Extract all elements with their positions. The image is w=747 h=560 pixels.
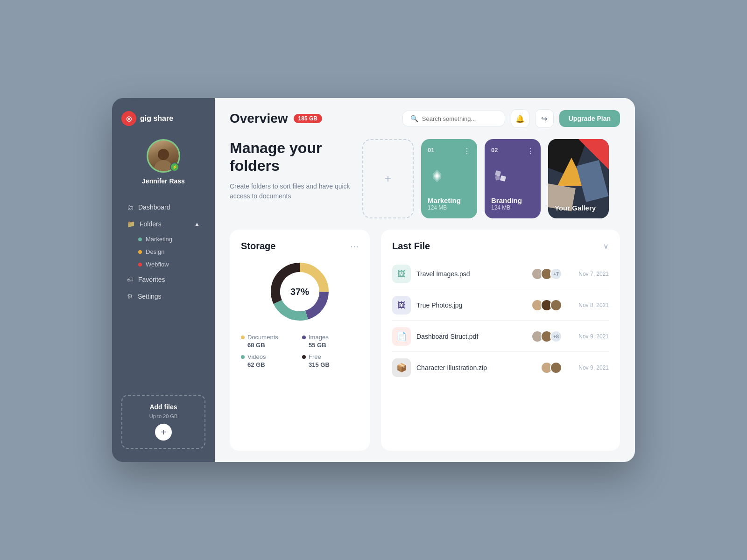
avatar-2c: [550, 299, 562, 311]
file-date-3: Nov 9, 2021: [571, 333, 609, 340]
add-files-button[interactable]: +: [155, 424, 172, 441]
app-container: ◎ gig share ⚡ Jennifer Rass 🗂 Dashboard …: [112, 98, 635, 462]
design-dot: [138, 250, 142, 254]
file-icon-3: 📄: [392, 327, 411, 346]
documents-label: Documents: [247, 334, 278, 341]
main-content: Overview 185 GB 🔍 🔔 ↪ Upgrade Plan: [215, 98, 635, 462]
file-row[interactable]: 📄 Dashboard Struct.pdf +8 Nov 9, 2021: [392, 322, 609, 352]
folder-name-1: Marketing: [428, 196, 471, 204]
design-label: Design: [146, 248, 164, 255]
settings-label: Settings: [138, 293, 162, 300]
sidebar-item-settings[interactable]: ⚙ Settings: [121, 289, 205, 304]
file-avatars-2: [531, 299, 562, 311]
sidebar-item-dashboard[interactable]: 🗂 Dashboard: [121, 200, 205, 215]
favorites-label: Favorites: [138, 276, 165, 283]
login-icon: ↪: [541, 114, 547, 123]
settings-icon: ⚙: [127, 293, 133, 300]
last-file-card: Last File ∨ 🖼 Travel Images.psd +7: [381, 230, 620, 451]
folders-label: Folders: [140, 220, 162, 228]
sidebar-item-label: Dashboard: [138, 203, 170, 211]
zip-icon: 📦: [396, 363, 407, 373]
sidebar: ◎ gig share ⚡ Jennifer Rass 🗂 Dashboard …: [112, 98, 215, 462]
notification-button[interactable]: 🔔: [511, 109, 529, 128]
header: Overview 185 GB 🔍 🔔 ↪ Upgrade Plan: [215, 98, 635, 135]
file-date-4: Nov 9, 2021: [571, 364, 609, 371]
chevron-down-icon[interactable]: ∨: [603, 242, 609, 251]
page-title: Overview: [230, 111, 288, 126]
svg-rect-4: [500, 175, 506, 182]
search-bar[interactable]: 🔍: [402, 111, 505, 126]
avatar-wrapper: ⚡: [147, 139, 180, 173]
hero-text: Manage your folders Create folders to so…: [230, 139, 351, 201]
donut-chart: 37%: [267, 259, 332, 324]
pdf-icon: 📄: [396, 331, 407, 342]
bell-icon: 🔔: [515, 114, 525, 123]
folder-menu-2[interactable]: ⋮: [527, 147, 534, 155]
file-avatars-4: [541, 362, 562, 374]
add-files-sub: Up to 20 GB: [149, 413, 178, 419]
gallery-name: Your Gallery: [555, 204, 596, 212]
folder-name-2: Branding: [491, 196, 534, 204]
file-name-3: Dashboard Struct.pdf: [416, 333, 526, 340]
last-file-title: Last File: [392, 241, 430, 252]
logo-text: gig share: [140, 114, 173, 123]
images-label: Images: [309, 334, 329, 341]
legend-videos: Videos 62 GB: [241, 353, 297, 368]
folder-card-marketing[interactable]: 01 ⋮ Marketing 124 MB: [421, 139, 477, 218]
sidebar-logo[interactable]: ◎ gig share: [121, 111, 205, 126]
file-avatars-3: +8: [531, 330, 562, 343]
search-icon: 🔍: [410, 115, 418, 122]
file-row[interactable]: 🖼 Travel Images.psd +7 Nov 7, 2021: [392, 259, 609, 289]
sidebar-item-webflow[interactable]: Webflow: [133, 259, 205, 270]
sidebar-item-marketing[interactable]: Marketing: [133, 233, 205, 245]
folder-menu-1[interactable]: ⋮: [463, 147, 471, 155]
bottom-section: Storage ⋯: [215, 230, 635, 462]
file-icon-2: 🖼: [392, 296, 411, 315]
sidebar-item-favorites[interactable]: 🏷 Favorites: [121, 272, 205, 287]
file-name-4: Character Illustration.zip: [416, 364, 535, 371]
free-dot: [302, 355, 306, 359]
file-icon-4: 📦: [392, 358, 411, 377]
marketing-label: Marketing: [146, 236, 172, 243]
legend-images: Images 55 GB: [302, 334, 359, 349]
file-row[interactable]: 🖼 True Photos.jpg Nov 8, 2021: [392, 290, 609, 321]
folder-size-2: 124 MB: [491, 204, 534, 211]
nav-section: 🗂 Dashboard 📁 Folders ▲ Marketing Design: [121, 200, 205, 387]
avatar-count-3: +8: [550, 330, 562, 343]
search-input[interactable]: [422, 115, 497, 122]
folder-card-gallery[interactable]: Your Gallery: [548, 139, 609, 218]
file-row[interactable]: 📦 Character Illustration.zip Nov 9, 2021: [392, 353, 609, 383]
folder-number-1: 01: [428, 147, 434, 154]
svg-rect-5: [495, 175, 500, 180]
avatar-count-1: +7: [550, 268, 562, 280]
free-value: 315 GB: [302, 361, 359, 368]
file-list: 🖼 Travel Images.psd +7 Nov 7, 2021: [392, 259, 609, 383]
free-label: Free: [309, 353, 321, 360]
avatar-badge: ⚡: [170, 162, 179, 172]
sidebar-item-folders[interactable]: 📁 Folders ▲: [121, 217, 205, 231]
add-files-box: Add files Up to 20 GB +: [121, 395, 205, 449]
file-name-1: Travel Images.psd: [416, 270, 526, 278]
profile-name: Jennifer Rass: [142, 177, 185, 185]
documents-value: 68 GB: [241, 342, 297, 349]
upgrade-button[interactable]: Upgrade Plan: [559, 110, 620, 127]
videos-label: Videos: [247, 353, 266, 360]
videos-dot: [241, 355, 245, 359]
login-button[interactable]: ↪: [535, 109, 554, 128]
folder-logo-branding: [491, 167, 510, 185]
storage-legend: Documents 68 GB Images 55 GB: [241, 334, 359, 368]
donut-percent: 37%: [290, 287, 309, 297]
hero-description: Create folders to sort files and have qu…: [230, 182, 351, 201]
storage-menu[interactable]: ⋯: [350, 241, 359, 252]
folder-card-branding[interactable]: 02 ⋮ Branding 124 MB: [485, 139, 541, 218]
videos-value: 62 GB: [241, 361, 297, 368]
folder-logo-marketing: [428, 167, 446, 185]
logo-icon: ◎: [121, 111, 136, 126]
dashboard-icon: 🗂: [127, 203, 134, 211]
folder-number-2: 02: [491, 147, 498, 154]
storage-title: Storage: [241, 241, 275, 252]
sidebar-item-design[interactable]: Design: [133, 246, 205, 258]
avatar-4b: [550, 362, 562, 374]
favorites-icon: 🏷: [127, 276, 134, 283]
add-folder-card[interactable]: +: [362, 139, 414, 218]
